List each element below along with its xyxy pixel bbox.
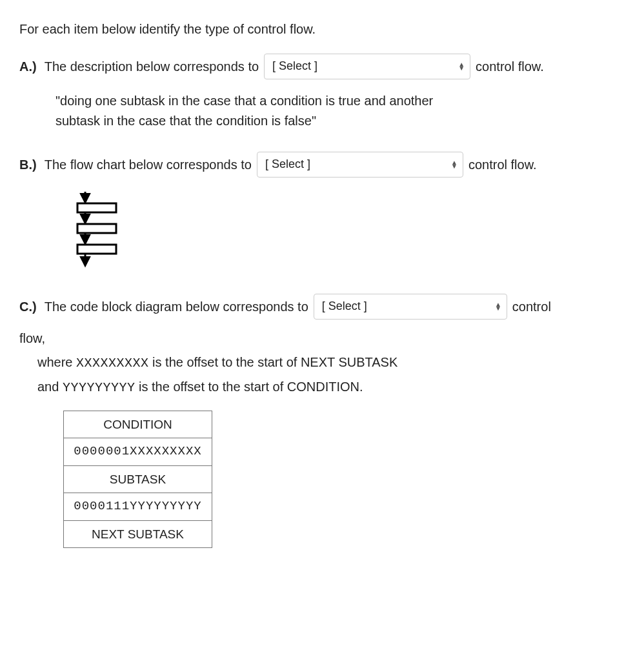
explain1-pre: where xyxy=(37,355,76,369)
svg-rect-1 xyxy=(77,203,116,212)
item-c-explain1: where XXXXXXXXX is the offset to the sta… xyxy=(37,352,625,373)
code-row-2: 0000001XXXXXXXXX xyxy=(64,438,212,465)
select-c-placeholder: [ Select ] xyxy=(322,298,367,316)
item-c-row: C.) The code block diagram below corresp… xyxy=(19,294,625,320)
chevron-updown-icon: ▲▼ xyxy=(458,63,465,70)
item-a-marker: A.) xyxy=(19,57,37,77)
item-c-prompt-before: The code block diagram below corresponds… xyxy=(45,297,308,317)
item-b-row: B.) The flow chart below corresponds to … xyxy=(19,152,625,178)
chevron-updown-icon: ▲▼ xyxy=(495,303,501,310)
explain2-y: YYYYYYYYY xyxy=(63,380,136,395)
item-b-marker: B.) xyxy=(19,155,37,175)
item-a-row: A.) The description below corresponds to… xyxy=(19,54,625,79)
code-row-1: CONDITION xyxy=(64,411,212,438)
item-c-explain2: and YYYYYYYYY is the offset to the start… xyxy=(37,377,625,398)
item-a-prompt-after: control flow. xyxy=(476,57,544,77)
item-b-prompt-after: control flow. xyxy=(468,155,537,175)
item-c-marker: C.) xyxy=(19,297,37,317)
flowchart-image xyxy=(71,190,625,274)
code-row-4: 0000111YYYYYYYYY xyxy=(64,493,212,520)
svg-rect-5 xyxy=(77,245,116,254)
select-a[interactable]: [ Select ] ▲▼ xyxy=(264,54,470,79)
explain1-x: XXXXXXXXX xyxy=(76,356,149,371)
intro-text: For each item below identify the type of… xyxy=(19,19,625,39)
select-c[interactable]: [ Select ] ▲▼ xyxy=(314,294,507,320)
select-b-placeholder: [ Select ] xyxy=(265,156,310,174)
svg-rect-3 xyxy=(77,224,116,233)
explain2-pre: and xyxy=(37,380,63,394)
item-c-prompt-after: control xyxy=(512,297,551,317)
select-a-placeholder: [ Select ] xyxy=(272,57,317,76)
item-a-quote: "doing one subtask in the case that a co… xyxy=(55,91,468,131)
code-block-table: CONDITION 0000001XXXXXXXXX SUBTASK 00001… xyxy=(63,411,212,548)
item-c-flow-line: flow, xyxy=(19,329,625,349)
chevron-updown-icon: ▲▼ xyxy=(451,161,458,168)
explain1-post: is the offset to the start of NEXT SUBTA… xyxy=(149,355,398,369)
item-b-prompt-before: The flow chart below corresponds to xyxy=(45,155,252,175)
item-a-prompt-before: The description below corresponds to xyxy=(45,57,259,77)
code-row-5: NEXT SUBTASK xyxy=(64,520,212,547)
code-row-3: SUBTASK xyxy=(64,465,212,493)
explain2-post: is the offset to the start of CONDITION. xyxy=(135,380,363,394)
select-b[interactable]: [ Select ] ▲▼ xyxy=(257,152,463,178)
